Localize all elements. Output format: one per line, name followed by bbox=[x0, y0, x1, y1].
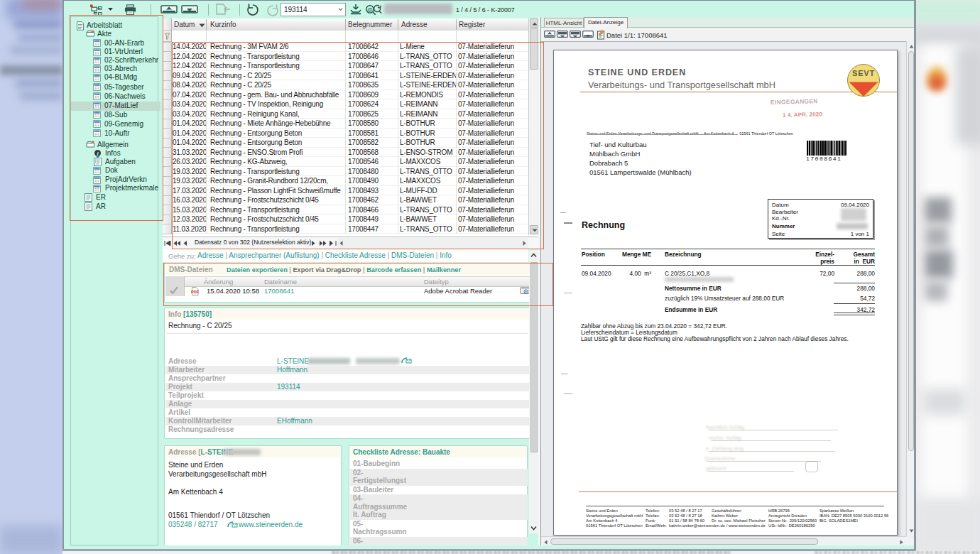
svg-text:@: @ bbox=[367, 6, 372, 13]
svg-text:SEVT: SEVT bbox=[852, 69, 875, 77]
